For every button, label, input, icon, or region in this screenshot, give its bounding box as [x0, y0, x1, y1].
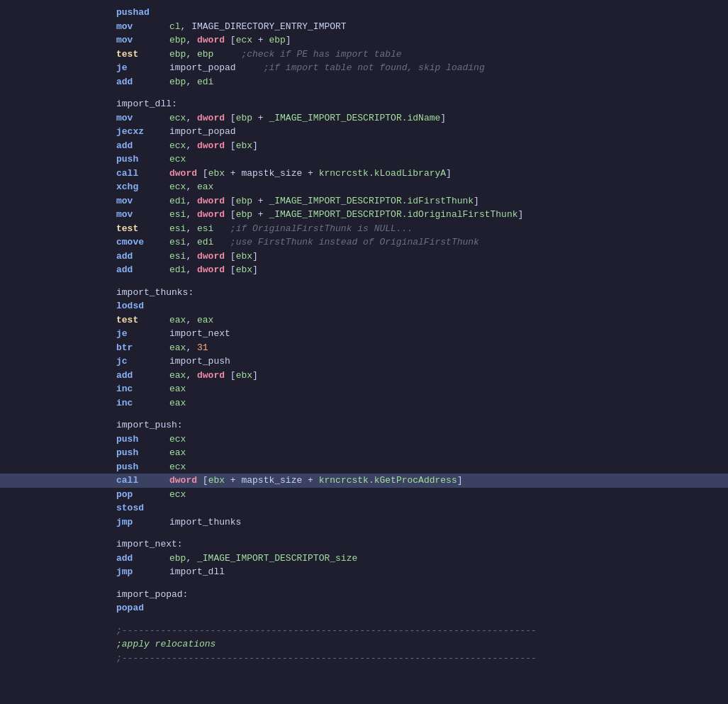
code-line-pop-ecx: pop ecx	[0, 488, 728, 502]
mnemonic: add	[116, 251, 133, 262]
mnemonic-col: pushad	[116, 6, 169, 20]
mnemonic: add	[116, 553, 133, 564]
mnemonic-col: jmp	[116, 515, 169, 530]
mnemonic-col: inc	[116, 396, 169, 410]
operands-col: ;---------------------------------------…	[116, 652, 725, 666]
mnemonic-col: lodsd	[116, 299, 169, 313]
code-line-pushad: pushad	[0, 6, 728, 20]
label-text: import_dll:	[116, 97, 177, 111]
operands-col: ecx, dword [ebp + _IMAGE_IMPORT_DESCRIPT…	[169, 111, 725, 125]
mnemonic-col: add	[116, 552, 169, 566]
operands-col: ecx, dword [ebx]	[169, 139, 725, 153]
operands-col: eax, 31	[169, 341, 725, 355]
code-line-jmp-importdll: jmp import_dll	[0, 565, 728, 579]
mnemonic: inc	[116, 384, 133, 394]
mnemonic: stosd	[116, 503, 144, 513]
code-line-call-loadlibrary: call dword [ebx + mapstk_size + krncrcst…	[0, 167, 728, 181]
mnemonic: push	[116, 434, 138, 445]
code-line-add-edi: add edi, dword [ebx]	[0, 263, 728, 277]
mnemonic-col: jc	[116, 354, 169, 369]
mnemonic-col: call	[116, 167, 169, 181]
code-line-cmove: cmove esi, edi ;use FirstThunk instead o…	[0, 235, 728, 250]
code-container: pushad mov cl, IMAGE_DIRECTORY_ENTRY_IMP…	[0, 0, 728, 704]
code-line-label-import-next: import_next:	[0, 537, 728, 552]
mnemonic-col: push	[116, 460, 169, 474]
code-line-je-importnext: je import_next	[0, 327, 728, 341]
operands-col: ecx	[169, 152, 725, 167]
mnemonic-col: add	[116, 369, 169, 383]
code-line-push-ecx3: push ecx	[0, 460, 728, 474]
code-line-call-getprocaddress: call dword [ebx + mapstk_size + krncrcst…	[0, 474, 728, 488]
separator	[0, 615, 728, 624]
code-line-label-import-thunks: import_thunks:	[0, 286, 728, 300]
mnemonic-col: call	[116, 474, 169, 488]
mnemonic-col: je	[116, 327, 169, 341]
mnemonic-col: inc	[116, 382, 169, 396]
mnemonic: btr	[116, 342, 133, 353]
mnemonic: call	[116, 475, 138, 486]
operands-col: dword [ebx + mapstk_size + krncrcstk.kLo…	[169, 167, 725, 181]
code-line-add-ebp-descriptor: add ebp, _IMAGE_IMPORT_DESCRIPTOR_size	[0, 552, 728, 566]
mnemonic-col: test	[116, 222, 169, 236]
code-line-xchg: xchg ecx, eax	[0, 180, 728, 194]
code-line-mov-ebp1: mov ebp, dword [ecx + ebp]	[0, 33, 728, 48]
code-line-push-eax: push eax	[0, 446, 728, 460]
mnemonic: add	[116, 264, 133, 275]
mnemonic: jecxz	[116, 126, 144, 137]
separator	[0, 410, 728, 418]
code-line-inc-eax1: inc eax	[0, 382, 728, 396]
operands-col: esi, edi ;use FirstThunk instead of Orig…	[169, 235, 725, 250]
mnemonic-col: btr	[116, 341, 169, 355]
code-line-add-ecx: add ecx, dword [ebx]	[0, 139, 728, 153]
code-line-label-import-dll: import_dll:	[0, 97, 728, 111]
code-line-lodsd: lodsd	[0, 299, 728, 313]
mnemonic: mov	[116, 113, 133, 123]
reg: cl	[169, 21, 181, 32]
mnemonic: jmp	[116, 566, 133, 577]
mnemonic: lodsd	[116, 301, 144, 311]
operands-col: import_thunks	[169, 515, 725, 530]
code-line-btr: btr eax, 31	[0, 341, 728, 355]
mnemonic: je	[116, 62, 128, 73]
separator	[0, 579, 728, 588]
operands-col: edi, dword [ebx]	[169, 263, 725, 277]
operands-col: dword [ebx + mapstk_size + krncrcstk.kGe…	[169, 474, 725, 488]
mnemonic: mov	[116, 209, 133, 220]
separator	[0, 277, 728, 286]
mnemonic-col: push	[116, 152, 169, 167]
mnemonic: xchg	[116, 181, 138, 192]
comment-text: ;---------------------------------------…	[116, 625, 537, 636]
mnemonic: mov	[116, 35, 133, 45]
mnemonic: mov	[116, 21, 133, 32]
mnemonic-col: mov	[116, 111, 169, 125]
mnemonic-col: add	[116, 250, 169, 264]
mnemonic-col: mov	[116, 208, 169, 222]
operands-col: eax	[169, 446, 725, 460]
code-line-inc-eax2: inc eax	[0, 396, 728, 410]
mnemonic-col: cmove	[116, 235, 169, 250]
mnemonic-col: mov	[116, 194, 169, 208]
code-line-mov-esi-originalfirstthunk: mov esi, dword [ebp + _IMAGE_IMPORT_DESC…	[0, 208, 728, 222]
label-text: import_thunks:	[116, 286, 194, 300]
mnemonic: test	[116, 315, 138, 325]
mnemonic: pop	[116, 489, 133, 500]
mnemonic-col: mov	[116, 33, 169, 48]
separator	[0, 529, 728, 537]
operands-col: esi, dword [ebp + _IMAGE_IMPORT_DESCRIPT…	[169, 208, 725, 222]
operands-col: import_popad ;if import table not found,…	[169, 61, 725, 75]
code-line-label-import-push: import_push:	[0, 418, 728, 432]
mnemonic: push	[116, 154, 138, 164]
code-line-test-ebp: test ebp, ebp ;check if PE has import ta…	[0, 48, 728, 62]
code-line-jmp-importthunks: jmp import_thunks	[0, 515, 728, 530]
mnemonic-col: stosd	[116, 501, 169, 515]
operands-col: import_dll	[169, 565, 725, 579]
code-line-add-eax: add eax, dword [ebx]	[0, 369, 728, 383]
operands-col: ebp, edi	[169, 75, 725, 89]
mnemonic: jmp	[116, 517, 133, 527]
mnemonic: cmove	[116, 237, 144, 247]
code-line-mov-cl: mov cl, IMAGE_DIRECTORY_ENTRY_IMPORT	[0, 20, 728, 34]
operands-col: eax	[169, 382, 725, 396]
code-line-push-ecx1: push ecx	[0, 152, 728, 167]
code-line-comment-separator1: ;---------------------------------------…	[0, 624, 728, 638]
mnemonic-col: test	[116, 48, 169, 62]
